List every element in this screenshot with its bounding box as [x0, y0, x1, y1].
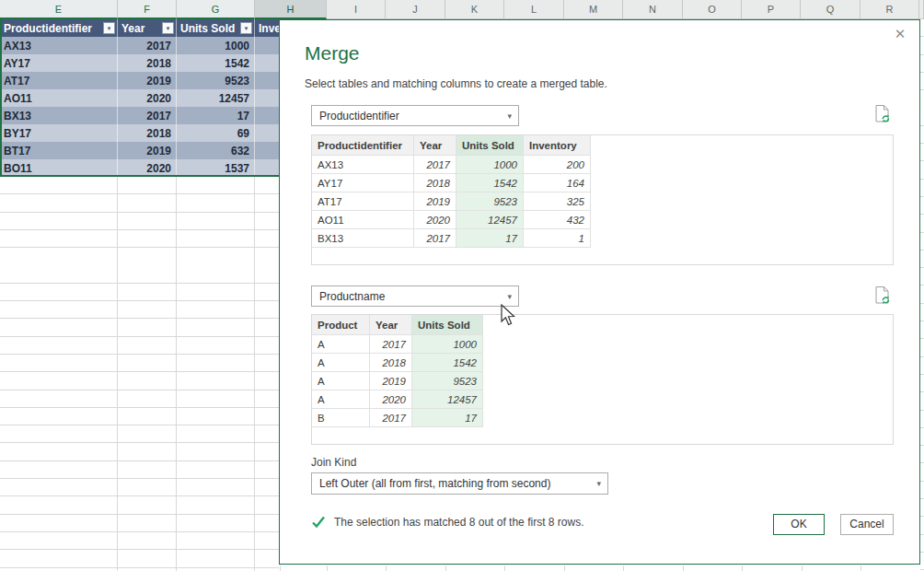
preview-column-header[interactable]: Year — [414, 135, 456, 156]
column-header-M[interactable]: M — [564, 0, 623, 19]
cell[interactable] — [255, 124, 279, 142]
cell[interactable]: 2019 — [414, 192, 456, 211]
cell[interactable]: BX13 — [312, 229, 414, 248]
cell[interactable] — [255, 159, 279, 177]
close-icon[interactable]: ✕ — [891, 25, 909, 43]
ok-button[interactable]: OK — [773, 514, 825, 535]
cell[interactable]: 2019 — [118, 142, 177, 159]
cell[interactable]: 17 — [177, 107, 255, 124]
cell[interactable]: 2018 — [118, 54, 177, 72]
preview-column-header[interactable]: Product — [312, 315, 370, 335]
column-header-L[interactable]: L — [504, 0, 564, 19]
cell[interactable]: AY17 — [0, 54, 118, 72]
cell[interactable]: AX13 — [0, 37, 118, 54]
column-header-K[interactable]: K — [445, 0, 504, 19]
cell[interactable]: BT17 — [0, 142, 118, 159]
cell[interactable]: 1000 — [177, 37, 255, 54]
preview-column-header-selected[interactable]: Units Sold — [412, 315, 483, 335]
second-table-selector[interactable]: Productname ▾ — [311, 286, 519, 307]
cell[interactable]: 2017 — [414, 156, 456, 174]
cell[interactable]: BX13 — [0, 107, 118, 124]
cell[interactable]: AT17 — [312, 192, 414, 211]
cell[interactable]: 1000 — [412, 335, 483, 354]
cell[interactable]: 9523 — [456, 192, 524, 211]
cell[interactable]: A — [312, 335, 370, 354]
filter-button[interactable]: ▾ — [103, 22, 115, 34]
preview-column-header[interactable]: Productidentifier — [312, 135, 414, 156]
cell[interactable]: 1542 — [412, 354, 483, 372]
cell[interactable]: 69 — [177, 124, 255, 142]
cell[interactable]: 164 — [524, 174, 591, 192]
cell[interactable] — [255, 72, 279, 89]
cell[interactable]: 200 — [524, 156, 591, 174]
cell[interactable]: 2018 — [414, 174, 456, 192]
cell[interactable]: A — [312, 354, 370, 372]
cell[interactable] — [255, 54, 279, 72]
cell[interactable]: A — [312, 372, 370, 390]
column-header-F[interactable]: F — [118, 0, 177, 19]
refresh-preview-icon[interactable] — [874, 286, 893, 306]
column-header-N[interactable]: N — [623, 0, 683, 19]
column-header-R[interactable]: R — [860, 0, 919, 19]
column-header-H[interactable]: H — [255, 0, 327, 19]
cell[interactable]: 432 — [524, 211, 591, 229]
cell[interactable]: 2018 — [370, 354, 412, 372]
cell[interactable]: 2017 — [370, 335, 412, 354]
cell[interactable] — [255, 142, 279, 159]
preview-column-header[interactable]: Year — [370, 315, 412, 335]
column-header-J[interactable]: J — [386, 0, 445, 19]
cell[interactable]: AY17 — [312, 174, 414, 192]
cell[interactable]: 2017 — [118, 107, 177, 124]
cell[interactable]: 325 — [524, 192, 591, 211]
sheet-header-inventory[interactable]: Inventory — [255, 19, 279, 37]
cell[interactable]: AO11 — [0, 89, 118, 107]
column-header-E[interactable]: E — [0, 0, 118, 19]
filter-button[interactable]: ▾ — [162, 22, 174, 34]
column-header-O[interactable]: O — [683, 0, 742, 19]
cell[interactable]: AT17 — [0, 72, 118, 89]
preview-column-header[interactable]: Inventory — [524, 135, 591, 156]
cell[interactable] — [255, 89, 279, 107]
column-header-Q[interactable]: Q — [801, 0, 860, 19]
cell[interactable] — [255, 37, 279, 54]
cell[interactable]: 2018 — [118, 124, 177, 142]
cell[interactable]: BY17 — [0, 124, 118, 142]
cell[interactable]: B — [312, 409, 370, 427]
filter-button[interactable]: ▾ — [240, 22, 252, 34]
cell[interactable] — [255, 107, 279, 124]
first-table-selector[interactable]: Productidentifier ▾ — [311, 105, 519, 126]
sheet-header-year[interactable]: Year ▾ — [118, 19, 177, 37]
cell[interactable]: 1000 — [456, 156, 524, 174]
sheet-header-units-sold[interactable]: Units Sold ▾ — [177, 19, 255, 37]
cell[interactable]: 2020 — [414, 211, 456, 229]
cell[interactable]: 9523 — [412, 372, 483, 390]
cell[interactable]: 2019 — [118, 72, 177, 89]
column-header-I[interactable]: I — [327, 0, 386, 19]
cell[interactable]: 9523 — [177, 72, 255, 89]
column-header-G[interactable]: G — [177, 0, 255, 19]
cell[interactable]: 2019 — [370, 372, 412, 390]
cell[interactable]: 632 — [177, 142, 255, 159]
cell[interactable]: 2017 — [414, 229, 456, 248]
cell[interactable]: 2017 — [370, 409, 412, 427]
join-kind-dropdown[interactable]: Left Outer (all from first, matching fro… — [311, 472, 608, 495]
cell[interactable]: AO11 — [312, 211, 414, 229]
sheet-header-productidentifier[interactable]: Productidentifier ▾ — [0, 19, 118, 37]
cell[interactable]: 2020 — [118, 159, 177, 177]
cell[interactable]: 17 — [412, 409, 483, 427]
cell[interactable]: A — [312, 390, 370, 409]
cancel-button[interactable]: Cancel — [840, 514, 894, 535]
cell[interactable]: 2020 — [118, 89, 177, 107]
cell[interactable]: 1537 — [177, 159, 255, 177]
cell[interactable]: 1542 — [177, 54, 255, 72]
cell[interactable]: AX13 — [312, 156, 414, 174]
cell[interactable]: 12457 — [412, 390, 483, 409]
cell[interactable]: 2020 — [370, 390, 412, 409]
cell[interactable]: 12457 — [177, 89, 255, 107]
cell[interactable]: BO11 — [0, 159, 118, 177]
cell[interactable]: 1542 — [456, 174, 524, 192]
cell[interactable]: 12457 — [456, 211, 524, 229]
preview-column-header-selected[interactable]: Units Sold — [456, 135, 524, 156]
cell[interactable]: 1 — [524, 229, 591, 248]
column-header-P[interactable]: P — [742, 0, 801, 19]
